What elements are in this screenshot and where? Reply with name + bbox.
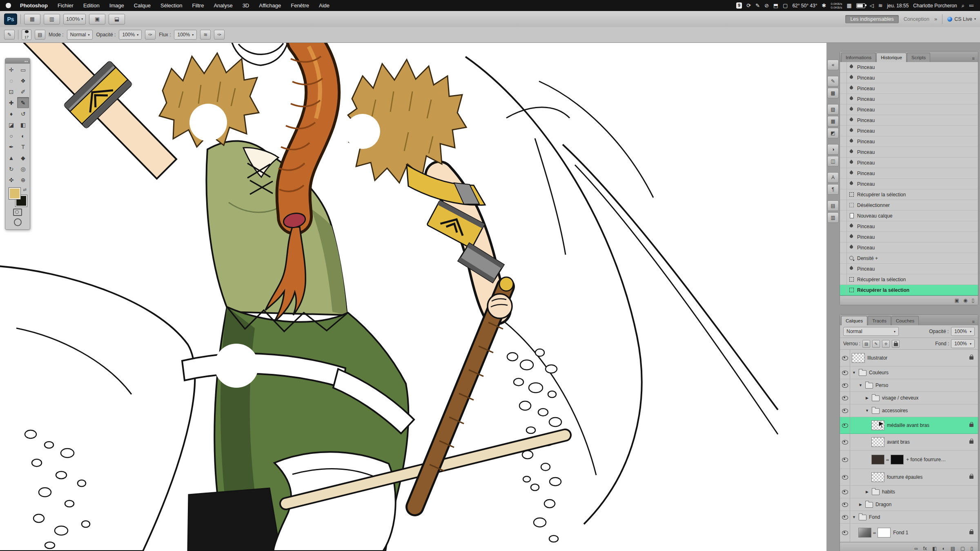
expand-toggle[interactable]: ▶ [858,502,863,507]
dnd-icon[interactable]: ⊘ [764,0,769,11]
screen-mode-icon[interactable]: ⬓ [109,14,125,24]
visibility-toggle[interactable] [840,498,850,511]
quick-selection-tool[interactable]: ❖ [17,75,29,86]
history-entry[interactable]: Densité + [840,253,978,264]
pen-tool[interactable]: ✒ [5,141,17,152]
tablet-pressure-opacity-icon[interactable]: ✑ [145,30,156,40]
brush-preset-picker[interactable]: 17 [22,29,31,40]
apple-icon[interactable] [6,3,11,8]
flow-dropdown[interactable]: 100% ▾ [174,30,197,40]
window-manager-icon[interactable]: ▢ [783,0,788,11]
history-entry[interactable]: Pinceau [840,126,978,136]
layer-row[interactable]: avant bras [840,434,978,451]
wifi-icon[interactable]: ≋ [878,0,883,11]
layer-fill-dropdown[interactable]: 100% ▾ [951,339,975,348]
cs-live-button[interactable]: CS Live ▾ [947,16,976,22]
shape-tool[interactable]: ◆ [17,152,29,163]
tab-scripts[interactable]: Scripts [907,53,930,62]
clone-stamp-tool[interactable]: ♦ [5,108,17,119]
sync-icon[interactable]: ⟳ [746,0,751,11]
app-badge[interactable]: 9 [736,2,742,9]
layer-group-row[interactable]: ▶visage / cheveux [840,392,978,404]
menu-clock[interactable]: jeu. 18:55 [887,3,909,9]
move-tool[interactable]: ✛ [5,64,17,75]
rotate-3d-tool[interactable]: ↻ [5,163,17,174]
workspace-essentials-button[interactable]: Les indispensables [845,15,898,23]
clone-source-panel-button[interactable]: ▩ [827,88,839,98]
menu-edition[interactable]: Edition [78,0,105,11]
history-entry[interactable]: Pinceau [840,242,978,253]
history-entry[interactable]: Nouveau calque [840,211,978,221]
layer-group-row[interactable]: ▶habits [840,486,978,498]
history-entry[interactable]: Pinceau [840,158,978,168]
battery-icon[interactable] [856,3,865,8]
crop-tool[interactable]: ⊡ [5,86,17,97]
layer-effects-icon[interactable]: fx [923,546,927,551]
palette-collapse-bar[interactable]: ▴▴ [5,58,30,64]
history-entry[interactable]: Pinceau [840,168,978,179]
layer-group-row[interactable]: ▼Fond [840,511,978,524]
history-brush-tool[interactable]: ↺ [17,108,29,119]
menu-filtre[interactable]: Filtre [187,0,209,11]
swap-colors-icon[interactable]: ⇄ [23,187,27,192]
layer-row-selected[interactable]: médaille avant bras [840,417,978,434]
layer-comps-panel-button[interactable]: ▤ [827,200,839,211]
delete-layer-icon[interactable]: ▯ [970,546,973,551]
opacity-dropdown[interactable]: 100% ▾ [119,30,142,40]
layer-opacity-dropdown[interactable]: 100% ▾ [951,327,975,336]
swatches-panel-button[interactable]: ▦ [827,116,839,127]
display-icon[interactable]: ⬒ [773,0,778,11]
history-entry[interactable]: Pinceau [840,94,978,104]
layer-row[interactable]: fourrure épaules [840,469,978,486]
notification-center-icon[interactable]: ≔ [969,0,974,11]
tab-calques[interactable]: Calques [841,316,867,325]
keyboard-icon[interactable]: ▦ [846,0,851,11]
new-document-from-state-icon[interactable]: ▣ [955,298,959,303]
menu-calque[interactable]: Calque [129,0,156,11]
history-entry[interactable]: Pinceau [840,147,978,158]
camera-3d-tool[interactable]: ◎ [17,163,29,174]
new-snapshot-icon[interactable]: ◉ [963,298,967,303]
history-entry[interactable]: Pinceau [840,73,978,83]
menu-3d[interactable]: 3D [238,0,254,11]
toggle-brush-panel-icon[interactable]: ▤ [35,30,45,40]
layer-row[interactable]: ∞Fond 1 [840,524,978,542]
lock-position-icon[interactable]: ✛ [882,340,890,348]
dodge-tool[interactable]: ◐ [17,130,29,141]
menu-fenetre[interactable]: Fenêtre [286,0,314,11]
menu-fichier[interactable]: Fichier [53,0,78,11]
tab-historique[interactable]: Historique [876,53,906,62]
expand-toggle[interactable]: ▼ [858,383,863,387]
marquee-tool[interactable]: ▭ [17,64,29,75]
lock-pixels-icon[interactable]: ✎ [872,340,880,348]
visibility-toggle[interactable] [840,511,850,523]
color-panel-button[interactable]: ▧ [827,104,839,115]
visibility-toggle[interactable] [840,469,850,485]
history-entry[interactable]: Désélectionner [840,200,978,211]
expand-toggle[interactable]: ▶ [865,490,869,494]
path-selection-tool[interactable]: ▲ [5,152,17,163]
brush-tool[interactable]: ✎ [17,97,29,108]
new-layer-icon[interactable]: ▢ [960,546,965,551]
expand-toggle[interactable]: ▼ [852,515,856,519]
eraser-tool[interactable]: ◪ [5,119,17,130]
layer-thumbnail[interactable] [852,353,865,363]
workspace-more-button[interactable]: » [934,16,937,22]
visibility-toggle[interactable] [840,434,850,450]
visibility-toggle[interactable] [840,486,850,498]
expand-toggle[interactable]: ▼ [865,409,869,413]
tablet-pressure-size-icon[interactable]: ✑ [214,30,225,40]
type-tool[interactable]: T [17,141,29,152]
blend-mode-dropdown[interactable]: Normal ▾ [67,30,93,40]
layer-group-row[interactable]: ▼Perso [840,379,978,392]
layer-row[interactable]: ∞+ foncé fourrure… [840,451,978,469]
zoom-level-dropdown[interactable]: 100% ▾ [63,14,86,24]
layer-mask-thumbnail[interactable] [891,455,904,464]
layer-group-icon[interactable]: ▤ [951,546,955,551]
healing-brush-tool[interactable]: ✚ [5,97,17,108]
eyedropper-tool[interactable]: ✐ [17,86,29,97]
tab-couches[interactable]: Couches [891,316,919,325]
adjustments-panel-button[interactable]: ◑ [827,144,839,155]
screen-mode-button[interactable] [14,218,22,226]
layer-group-row[interactable]: ▶Dragon [840,498,978,511]
